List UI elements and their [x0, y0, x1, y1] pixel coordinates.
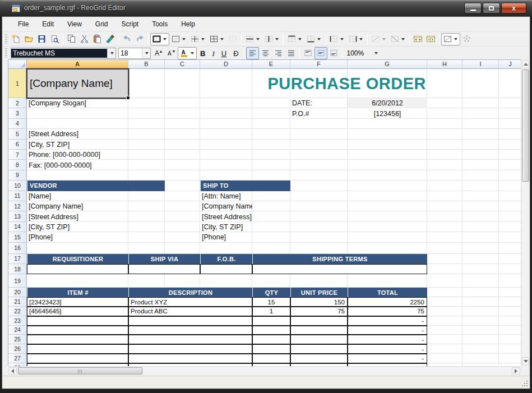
- dropdown-arrow-icon[interactable]: [372, 48, 380, 59]
- maximize-button[interactable]: [483, 3, 500, 13]
- cell-D14[interactable]: [City, ST ZIP]: [200, 222, 252, 232]
- cell-F21[interactable]: 150: [290, 297, 348, 307]
- cell-F2[interactable]: DATE:: [290, 98, 348, 108]
- cell-F3[interactable]: P.O.#: [290, 108, 348, 118]
- row-header-21[interactable]: 21: [8, 297, 27, 307]
- border-right-button[interactable]: [346, 33, 366, 45]
- italic-button[interactable]: I: [209, 47, 218, 59]
- cell-A2[interactable]: [Company Slogan]: [27, 98, 165, 108]
- row-header-12[interactable]: 12: [8, 201, 27, 211]
- dropdown-arrow-icon[interactable]: [107, 48, 115, 58]
- border-thick-outline-button[interactable]: [150, 33, 169, 45]
- border-left-button[interactable]: [327, 33, 346, 45]
- cell-B26[interactable]: [128, 344, 252, 354]
- print-preview-button[interactable]: [48, 33, 61, 45]
- align-right-button[interactable]: [272, 47, 285, 59]
- column-header-H[interactable]: H: [427, 60, 462, 69]
- cell-A18[interactable]: [27, 264, 128, 274]
- cell-E26[interactable]: [252, 344, 290, 354]
- scroll-left-button[interactable]: [8, 367, 17, 374]
- menu-edit[interactable]: Edit: [35, 18, 61, 30]
- border-bottom-button[interactable]: [304, 33, 323, 45]
- paste-button[interactable]: [91, 33, 104, 45]
- cell-D13[interactable]: [Street Address]: [200, 211, 252, 221]
- row-header-26[interactable]: 26: [8, 344, 27, 354]
- row-header-11[interactable]: 11: [8, 191, 27, 201]
- cell-A14[interactable]: [City, ST ZIP]: [27, 222, 128, 232]
- align-distributed-button[interactable]: [285, 47, 298, 59]
- row-header-25[interactable]: 25: [8, 335, 27, 344]
- cut-button[interactable]: [78, 33, 91, 45]
- cell-E21[interactable]: 15: [252, 297, 290, 307]
- cell-G20[interactable]: TOTAL: [348, 288, 427, 297]
- menu-file[interactable]: File: [11, 18, 35, 30]
- cell-A13[interactable]: [Street Address]: [27, 211, 128, 221]
- border-inside-horizontal-button[interactable]: [243, 33, 262, 45]
- cell-D1[interactable]: PURCHASE ORDER: [200, 69, 427, 98]
- column-header-F[interactable]: F: [290, 60, 348, 69]
- toolbar-grip[interactable]: [5, 48, 7, 58]
- cell-F26[interactable]: [290, 344, 348, 354]
- strikethrough-button[interactable]: Ð: [230, 47, 242, 59]
- cell-G25[interactable]: -: [348, 335, 427, 344]
- cell-G22[interactable]: 75: [348, 307, 427, 316]
- row-header-15[interactable]: 15: [8, 232, 27, 242]
- row-header-10[interactable]: 10: [8, 181, 27, 191]
- row-header-7[interactable]: 7: [8, 150, 27, 160]
- unmerge-cells-button[interactable]: [424, 33, 437, 45]
- merge-cells-button[interactable]: [411, 33, 424, 45]
- minimize-button[interactable]: [464, 3, 482, 13]
- menu-grid[interactable]: Grid: [89, 18, 115, 30]
- cell-A10[interactable]: VENDOR: [27, 181, 165, 191]
- cell-A27[interactable]: [27, 354, 128, 363]
- dropdown-arrow-icon[interactable]: [142, 48, 150, 58]
- cell-E25[interactable]: [252, 335, 290, 344]
- row-header-24[interactable]: 24: [8, 326, 27, 335]
- undo-button[interactable]: [121, 33, 133, 45]
- row-header-2[interactable]: 2: [8, 98, 27, 108]
- cell-A7[interactable]: Phone: [000-000-0000]: [27, 150, 165, 160]
- border-backslash-button[interactable]: [388, 33, 408, 45]
- bold-button[interactable]: B: [197, 47, 209, 59]
- cell-E20[interactable]: QTY: [252, 288, 290, 297]
- cell-A12[interactable]: [Company Name]: [27, 201, 128, 211]
- cell-A20[interactable]: ITEM #: [27, 288, 128, 297]
- cell-G24[interactable]: -: [348, 326, 427, 335]
- cell-F23[interactable]: [290, 316, 348, 326]
- cell-G21[interactable]: 2250: [348, 297, 427, 307]
- cell-D12[interactable]: [Company Name]: [200, 201, 252, 211]
- horizontal-scroll-thumb[interactable]: [18, 367, 142, 374]
- cell-G27[interactable]: -: [348, 354, 427, 363]
- cell-style-button[interactable]: [441, 33, 460, 45]
- row-header-17[interactable]: 17: [8, 254, 27, 264]
- cell-F20[interactable]: UNIT PRICE: [290, 288, 348, 297]
- column-header-E[interactable]: E: [252, 60, 290, 69]
- close-button[interactable]: x: [501, 3, 526, 13]
- column-header-G[interactable]: G: [348, 60, 427, 69]
- row-header-6[interactable]: 6: [8, 140, 27, 150]
- vertical-scroll-thumb[interactable]: [522, 70, 529, 182]
- row-header-8[interactable]: 8: [8, 160, 27, 170]
- row-header-27[interactable]: 27: [8, 354, 27, 363]
- cell-A11[interactable]: [Name]: [27, 191, 128, 201]
- cell-B27[interactable]: [128, 354, 252, 363]
- cell-E24[interactable]: [252, 326, 290, 335]
- sheet[interactable]: ABCDEFGHIJ123456789101112131415161718192…: [8, 59, 521, 366]
- cell-E22[interactable]: 1: [252, 307, 290, 316]
- column-header-A[interactable]: A: [27, 60, 128, 69]
- row-header-16[interactable]: 16: [8, 243, 27, 254]
- scroll-up-button[interactable]: [522, 60, 529, 68]
- cell-B18[interactable]: [128, 264, 200, 274]
- menu-view[interactable]: View: [61, 18, 89, 30]
- column-header-D[interactable]: D: [200, 60, 252, 69]
- cell-G26[interactable]: -: [348, 344, 427, 354]
- menu-script[interactable]: Script: [115, 18, 146, 30]
- cell-B21[interactable]: Product XYZ: [128, 297, 252, 307]
- app-icon[interactable]: [12, 4, 20, 12]
- redo-button[interactable]: [133, 33, 146, 45]
- title-bar[interactable]: order_sample.rgf - ReoGrid Editor x: [0, 0, 532, 17]
- scroll-down-button[interactable]: [522, 357, 529, 366]
- cell-E18[interactable]: [252, 264, 427, 274]
- align-center-button[interactable]: [259, 47, 272, 59]
- row-header-13[interactable]: 13: [8, 211, 27, 221]
